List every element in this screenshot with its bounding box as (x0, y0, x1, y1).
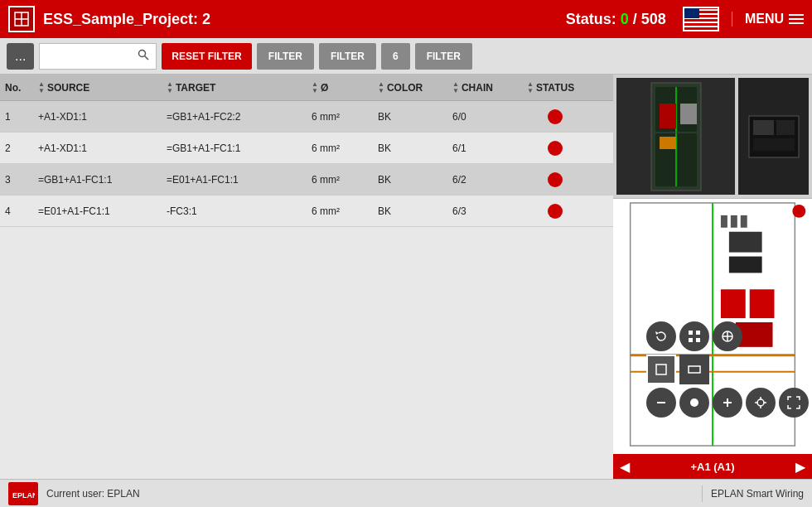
svg-text:EPLAN: EPLAN (12, 491, 35, 500)
nav-location: +A1 (A1) (690, 461, 734, 473)
menu-button[interactable]: MENU (732, 12, 804, 27)
col-source[interactable]: ▲▼ SOURCE (33, 81, 162, 94)
cell-no: 2 (0, 142, 33, 154)
device-thumbnail[interactable] (738, 78, 809, 195)
reset-filter-button[interactable]: RESET FILTER (162, 43, 251, 70)
svg-point-43 (757, 399, 764, 406)
app-header: ESS_Sample_Project: 2 Status: 0 / 508 ME… (0, 0, 812, 38)
svg-marker-29 (655, 331, 659, 335)
eplan-logo: EPLAN (8, 482, 38, 505)
status-separator: / (633, 11, 641, 27)
svg-rect-25 (721, 215, 727, 228)
cell-chain: 6/1 (447, 142, 522, 154)
cabinet-svg (647, 79, 705, 195)
col-target[interactable]: ▲▼ TARGET (162, 81, 307, 94)
svg-rect-27 (741, 215, 747, 228)
search-input[interactable] (46, 50, 138, 62)
status-circle (548, 141, 563, 156)
status-circle (548, 109, 563, 124)
col-color[interactable]: ▲▼ COLOR (373, 81, 447, 94)
cell-target: =GB1+A1-FC1:1 (162, 142, 307, 154)
square-view-button[interactable] (646, 355, 676, 384)
sort-diameter-icon: ▲▼ (312, 81, 318, 94)
svg-rect-14 (776, 120, 795, 135)
main-content: No. ▲▼ SOURCE ▲▼ TARGET ▲▼ Ø ▲▼ COLOR ▲▼… (0, 75, 812, 479)
move-button[interactable] (713, 321, 742, 351)
svg-rect-15 (753, 138, 795, 151)
controls-row-1 (646, 321, 809, 351)
status-circle (548, 172, 563, 187)
cell-status (522, 172, 588, 187)
col-diameter[interactable]: ▲▼ Ø (307, 81, 373, 94)
svg-rect-10 (680, 104, 697, 124)
cell-chain: 6/3 (447, 205, 522, 217)
svg-rect-23 (750, 289, 775, 318)
cell-diameter: 6 mm² (307, 205, 373, 217)
table-header: No. ▲▼ SOURCE ▲▼ TARGET ▲▼ Ø ▲▼ COLOR ▲▼… (0, 75, 613, 101)
svg-rect-30 (689, 331, 693, 335)
table-row[interactable]: 4 =E01+A1-FC1:1 -FC3:1 6 mm² BK 6/3 (0, 196, 613, 227)
cell-no: 1 (0, 111, 33, 123)
filter-button-1[interactable]: FILTER (257, 43, 314, 70)
dots-button[interactable]: ... (7, 43, 34, 70)
cell-target: -FC3:1 (162, 205, 307, 217)
right-panel: ◀ +A1 (A1) ▶ (613, 75, 812, 479)
sort-color-icon: ▲▼ (378, 81, 384, 94)
current-user-label: Current user: EPLAN (46, 488, 694, 500)
filter-count-button[interactable]: 6 (381, 43, 410, 70)
search-box (39, 43, 157, 70)
cell-color: BK (373, 174, 447, 186)
status-label: Status: (566, 11, 616, 27)
center-button[interactable] (679, 388, 709, 418)
col-status[interactable]: ▲▼ STATUS (522, 81, 588, 94)
filter-button-3[interactable]: FILTER (415, 43, 472, 70)
svg-rect-9 (660, 137, 676, 149)
grid-button[interactable] (679, 321, 709, 351)
table-row[interactable]: 2 +A1-XD1:1 =GB1+A1-FC1:1 6 mm² BK 6/1 (0, 133, 613, 164)
panel-thumbnails (613, 75, 812, 199)
status-display: Status: 0 / 508 (566, 11, 666, 28)
svg-rect-26 (731, 215, 737, 228)
sort-status-icon: ▲▼ (527, 81, 534, 94)
cell-diameter: 6 mm² (307, 174, 373, 186)
table-row[interactable]: 1 +A1-XD1:1 =GB1+A1-FC2:2 6 mm² BK 6/0 (0, 101, 613, 133)
svg-point-3 (139, 51, 146, 57)
cell-color: BK (373, 142, 447, 154)
svg-rect-31 (696, 331, 700, 335)
svg-rect-37 (656, 365, 666, 374)
nav-next-button[interactable]: ▶ (795, 459, 805, 475)
cell-diameter: 6 mm² (307, 111, 373, 123)
app-name-label: EPLAN Smart Wiring (711, 488, 804, 500)
zoom-out-button[interactable] (646, 388, 676, 418)
expand-button[interactable] (779, 388, 809, 418)
cell-color: BK (373, 111, 447, 123)
cell-target: =E01+A1-FC1:1 (162, 174, 307, 186)
hamburger-icon (789, 14, 804, 24)
flag-icon (683, 7, 719, 31)
filter-button-2[interactable]: FILTER (319, 43, 376, 70)
cell-chain: 6/2 (447, 174, 522, 186)
table-body: 1 +A1-XD1:1 =GB1+A1-FC2:2 6 mm² BK 6/0 2… (0, 101, 613, 227)
device-svg (745, 112, 803, 162)
crosshair-button[interactable] (746, 388, 776, 418)
cell-source: +A1-XD1:1 (33, 111, 162, 123)
svg-rect-21 (729, 257, 762, 273)
svg-point-40 (690, 398, 698, 407)
panel-controls (646, 321, 809, 418)
sort-source-icon: ▲▼ (38, 81, 45, 94)
cell-status (522, 141, 588, 156)
svg-rect-33 (696, 338, 700, 342)
sort-target-icon: ▲▼ (167, 81, 173, 94)
cell-color: BK (373, 205, 447, 217)
nav-prev-button[interactable]: ◀ (620, 459, 630, 475)
zoom-in-button[interactable] (713, 388, 742, 418)
rect-view-button[interactable] (679, 355, 709, 384)
cabinet-thumbnail[interactable] (616, 78, 735, 195)
sort-chain-icon: ▲▼ (452, 81, 459, 94)
wiring-diagram-panel[interactable] (613, 199, 812, 454)
rotate-button[interactable] (646, 321, 676, 351)
svg-rect-8 (660, 104, 676, 128)
col-chain[interactable]: ▲▼ CHAIN (447, 81, 522, 94)
table-row[interactable]: 3 =GB1+A1-FC1:1 =E01+A1-FC1:1 6 mm² BK 6… (0, 164, 613, 196)
svg-rect-22 (721, 289, 746, 318)
